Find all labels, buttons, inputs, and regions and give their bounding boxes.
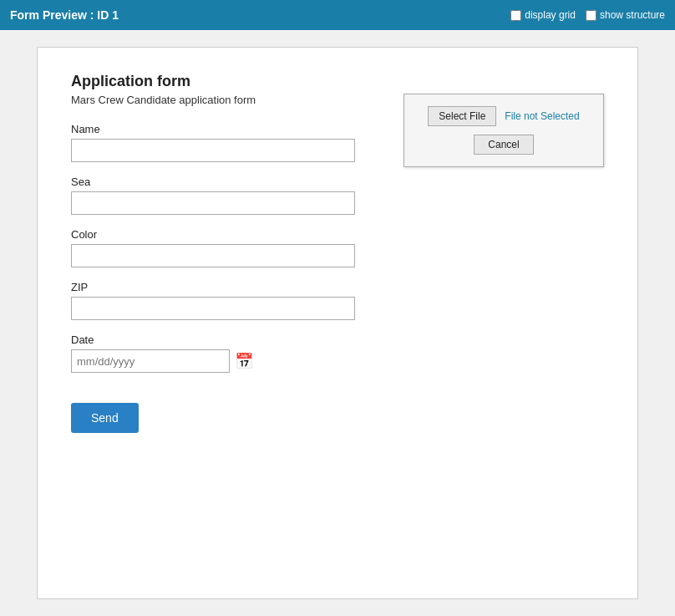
calendar-icon[interactable]: 📅 xyxy=(235,352,253,370)
show-structure-label: show structure xyxy=(600,9,665,21)
date-input[interactable] xyxy=(71,349,230,373)
zip-field-group: ZIP xyxy=(71,281,604,320)
show-structure-checkbox[interactable] xyxy=(586,10,596,21)
display-grid-option[interactable]: display grid xyxy=(510,9,576,21)
cancel-button[interactable]: Cancel xyxy=(474,135,533,155)
display-grid-label: display grid xyxy=(525,9,576,21)
show-structure-option[interactable]: show structure xyxy=(586,9,665,21)
zip-input[interactable] xyxy=(71,297,355,320)
form-container: Application form Mars Crew Candidate app… xyxy=(37,47,638,599)
file-not-selected-label: File not Selected xyxy=(505,110,579,122)
name-input[interactable] xyxy=(71,139,355,162)
header-title: Form Preview : ID 1 xyxy=(10,8,119,22)
sea-field-group: Sea xyxy=(71,176,604,215)
select-file-button[interactable]: Select File xyxy=(428,106,496,126)
form-fields: Name Sea Color ZIP Date xyxy=(71,123,604,433)
date-label: Date xyxy=(71,333,604,346)
color-input[interactable] xyxy=(71,244,355,267)
file-upload-popup: Select File File not Selected Cancel xyxy=(403,94,604,167)
file-upload-row: Select File File not Selected xyxy=(428,106,579,126)
main-content: Application form Mars Crew Candidate app… xyxy=(0,30,675,616)
sea-input[interactable] xyxy=(71,191,355,215)
display-grid-checkbox[interactable] xyxy=(510,10,521,21)
color-field-group: Color xyxy=(71,228,604,267)
date-input-wrapper: 📅 xyxy=(71,349,604,373)
zip-label: ZIP xyxy=(71,281,604,293)
date-field-group: Date 📅 xyxy=(71,333,604,373)
header-options: display grid show structure xyxy=(510,9,665,21)
color-label: Color xyxy=(71,228,604,241)
send-button[interactable]: Send xyxy=(71,403,139,433)
form-title: Application form xyxy=(71,73,604,90)
header-bar: Form Preview : ID 1 display grid show st… xyxy=(0,0,675,30)
sea-label: Sea xyxy=(71,176,604,188)
